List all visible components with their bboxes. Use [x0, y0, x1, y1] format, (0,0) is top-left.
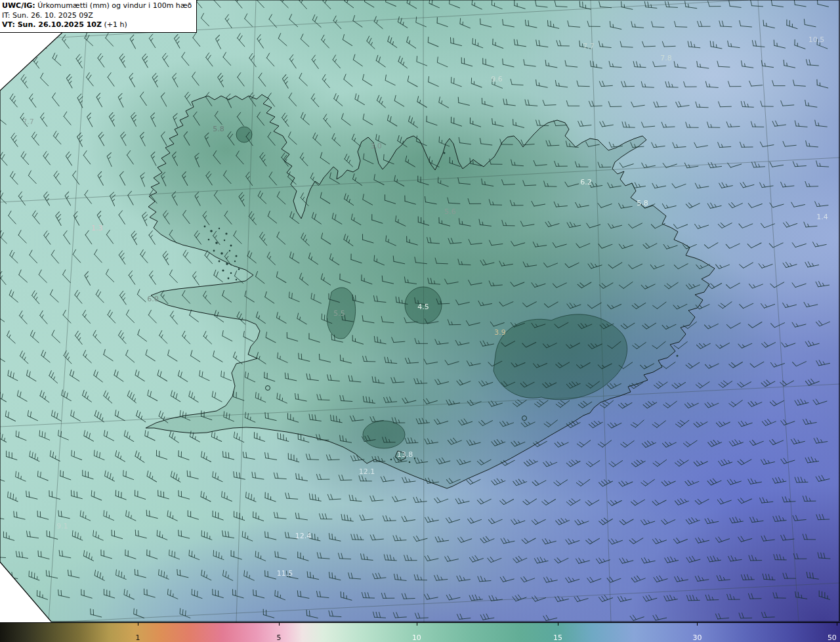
colorbar-tick-label: 15 — [553, 634, 562, 641]
colorbar-tick-label: 30 — [692, 634, 702, 641]
colorbar-tick-mark — [558, 623, 558, 626]
title-line-model: UWC/IG: Úrkomumætti (mm) og vindur i 100… — [2, 1, 192, 11]
map-canvas: 7.75.83.09.67.77.810.56.25.81.35.61.46.0… — [0, 0, 840, 622]
colorbar-tick-label: 5 — [276, 634, 281, 641]
drangajokull-glacier — [236, 127, 252, 142]
map-overlay-svg — [0, 0, 840, 622]
colorbar-tick-mark — [138, 623, 138, 626]
colorbar-tick-mark — [279, 623, 280, 626]
colorbar-tick-mark — [697, 623, 698, 626]
colorbar-tick-mark — [417, 623, 417, 626]
colorbar-tick-mark — [837, 623, 837, 626]
init-time: IT: Sun. 26. 10. 2025 09Z — [2, 11, 192, 21]
valid-time: VT: Sun. 26.10.2025 10Z — [2, 20, 102, 29]
colorbar: 1510153050 — [0, 622, 840, 642]
colorbar-tick-label: 50 — [828, 634, 837, 641]
valid-time-line: VT: Sun. 26.10.2025 10Z (+1 h) — [2, 20, 192, 30]
model-name: UWC/IG: — [2, 1, 35, 10]
lead-time: (+1 h) — [102, 20, 127, 29]
map-title: Úrkomumætti (mm) og vindur i 100m hæð — [35, 1, 192, 10]
colorbar-tick-label: 1 — [135, 634, 140, 641]
hofsjokull-glacier — [405, 287, 442, 324]
myrdalsjokull-glacier — [363, 421, 405, 448]
title-box: UWC/IG: Úrkomumætti (mm) og vindur i 100… — [0, 0, 197, 33]
weather-map-app: 7.75.83.09.67.77.810.56.25.81.35.61.46.0… — [0, 0, 840, 642]
colorbar-tick-label: 10 — [412, 634, 421, 641]
